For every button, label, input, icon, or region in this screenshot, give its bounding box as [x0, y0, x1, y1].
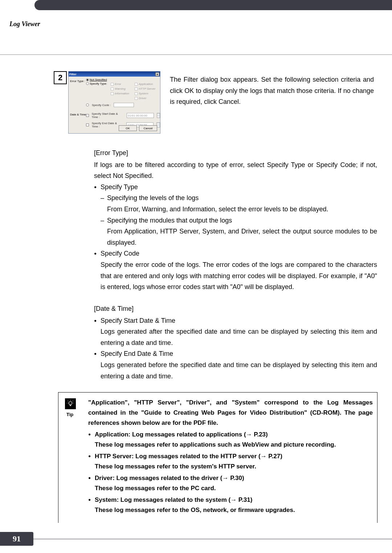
check-end[interactable]	[86, 123, 89, 126]
ok-button[interactable]: OK	[119, 125, 137, 131]
lvl2b-head: Specifying the modules that output the l…	[94, 215, 377, 226]
page-number-tab: 91	[0, 532, 33, 546]
page-number: 91	[13, 534, 21, 544]
code-input[interactable]	[114, 103, 134, 107]
svg-line-2	[68, 401, 68, 401]
dialog-title: Filter	[69, 73, 77, 76]
end-body: Logs generated before the specified date…	[94, 359, 377, 382]
start-datetime-input[interactable]: 01/01 00:00:00	[127, 113, 154, 118]
running-title: Log Viewer	[9, 20, 40, 28]
tip-item-head: System: Log messages related to the syst…	[88, 495, 373, 505]
lvl2a-head: Specifying the levels of the logs	[94, 192, 377, 204]
radio-specify-code[interactable]: Specify Code :	[86, 103, 134, 107]
dialog-body: Error Type : Not Specified Specify Type:…	[69, 77, 160, 133]
check-start[interactable]	[86, 114, 89, 117]
start-body: Logs generated after the specified date …	[94, 326, 377, 348]
dialog-buttons: OK Cancel	[119, 125, 157, 131]
tip-intro: "Application", "HTTP Server", "Driver", …	[88, 398, 373, 428]
tip-item-head: Driver: Log messages related to the driv…	[88, 473, 373, 483]
datetime-title: [Date & Time]	[94, 303, 377, 314]
intro-paragraph: The Filter dialog box appears. Set the f…	[170, 74, 374, 107]
tip-item-head: HTTP Server: Log messages related to the…	[88, 451, 373, 461]
specify-type-head: Specify Type	[94, 182, 377, 193]
specify-code-head: Specify Code	[94, 248, 377, 259]
header-rule	[0, 54, 392, 55]
specify-code-body: Specify the error code of the logs. The …	[94, 259, 377, 293]
tip-item-body: These log messages refer to the OS, netw…	[88, 505, 373, 515]
footer-rule	[33, 539, 392, 539]
error-type-lead: If logs are to be filtered according to …	[94, 159, 377, 182]
tip-box: Tip "Application", "HTTP Server", "Drive…	[58, 392, 377, 523]
error-type-section: [Error Type] If logs are to be filtered …	[94, 139, 377, 293]
date-time-label: Date & Time :	[70, 113, 87, 116]
close-icon[interactable]: x	[155, 72, 159, 76]
lightbulb-icon	[65, 398, 76, 409]
filter-dialog: Filter x Error Type : Not Specified Spec…	[68, 71, 160, 134]
type-options: Error Application Warning HTTP Server In…	[111, 82, 159, 100]
tip-item-body: These log messages refer to the PC card.	[88, 483, 373, 493]
dialog-titlebar: Filter x	[69, 72, 160, 77]
page: Log Viewer 2 Filter x Error Type : Not S…	[0, 0, 392, 553]
error-type-label: Error Type :	[70, 80, 85, 83]
tip-label: Tip	[66, 411, 73, 418]
svg-point-0	[69, 402, 72, 405]
tip-item-body: These log messages refer to applications…	[88, 440, 373, 450]
cancel-button[interactable]: Cancel	[139, 125, 157, 131]
header-bar	[34, 0, 392, 10]
tip-item-head: Application: Log messages related to app…	[88, 430, 373, 440]
start-head: Specify Start Date & Time	[94, 315, 377, 326]
tip-item-body: These log messages refer to the system's…	[88, 461, 373, 472]
end-head: Specify End Date & Time	[94, 348, 377, 359]
lvl2a-body: From Error, Warning, and Information, se…	[94, 204, 377, 215]
spinner-icon[interactable]	[157, 113, 160, 118]
datetime-section: [Date & Time] Specify Start Date & Time …	[94, 295, 377, 382]
radio-not-specified[interactable]: Not Specified	[86, 78, 107, 81]
lvl2b-body: From Application, HTTP Server, System, a…	[94, 226, 377, 248]
step-number: 2	[54, 71, 67, 84]
svg-line-3	[73, 401, 73, 401]
radio-specify-type[interactable]: Specify Type:	[86, 82, 107, 85]
error-type-title: [Error Type]	[94, 147, 377, 159]
error-type-radios: Not Specified Specify Type:	[86, 78, 107, 86]
